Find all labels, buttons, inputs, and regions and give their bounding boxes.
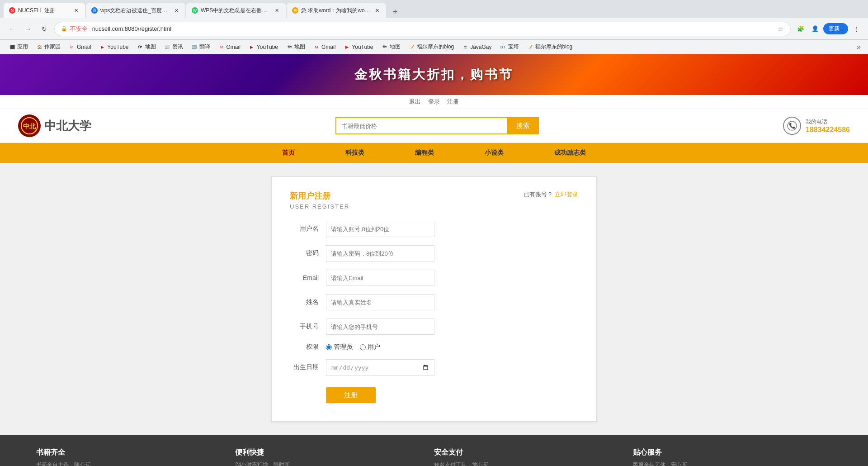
tab-close-2[interactable]: ✕ [173, 7, 180, 14]
bookmark-map-3[interactable]: 🗺 地图 [378, 42, 404, 52]
zixun-icon: 📰 [164, 44, 170, 50]
update-button[interactable]: 更新 : [823, 23, 848, 34]
svg-text:中北: 中北 [23, 123, 36, 130]
bookmark-gmail-2-label: Gmail [226, 44, 241, 50]
login-link-area: 已有账号？ 立即登录 [524, 190, 578, 199]
register-container: 新用户注册 USER REGISTER 已有账号？ 立即登录 用户名 密码 [271, 176, 597, 422]
forward-button[interactable]: → [22, 23, 34, 35]
register-link-top[interactable]: 注册 [447, 98, 459, 106]
nav-code[interactable]: 编程类 [408, 145, 441, 161]
reload-button[interactable]: ↻ [38, 23, 51, 35]
phone-row: 手机号 [290, 319, 578, 335]
blog-icon-2: 📝 [527, 44, 533, 50]
header-top-links: 退出 登录 注册 [0, 95, 868, 109]
bookmark-zixun-label: 资讯 [172, 43, 183, 51]
bookmark-gmail-3-label: Gmail [321, 44, 335, 50]
tab-3[interactable]: W WPS中的文档总是在右侧留下空 ✕ [186, 3, 286, 18]
bookmark-zixun[interactable]: 📰 资讯 [160, 42, 187, 52]
bookmark-map-2[interactable]: 🗺 地图 [283, 42, 309, 52]
password-input[interactable] [326, 245, 434, 262]
tab-close-4[interactable]: ✕ [373, 7, 381, 14]
bookmark-star-icon[interactable]: ☆ [778, 25, 784, 33]
login-link-top[interactable]: 登录 [428, 98, 440, 106]
register-header: 新用户注册 USER REGISTER 已有账号？ 立即登录 [290, 190, 578, 210]
main-nav: 首页 科技类 编程类 小说类 成功励志类 [0, 143, 868, 163]
logout-link[interactable]: 退出 [409, 98, 421, 106]
email-input[interactable] [326, 270, 434, 286]
tab-2[interactable]: 百 wps文档右边被遮住_百度搜索 ✕ [86, 3, 185, 18]
new-tab-button[interactable]: + [389, 5, 401, 18]
bookmark-baota[interactable]: BT 宝塔 [496, 42, 523, 52]
url-box[interactable]: 🔓 不安全 nucsell.com:8080/register.html ☆ [54, 22, 791, 36]
profile-icon[interactable]: 👤 [809, 23, 821, 35]
tab-title-2: wps文档右边被遮住_百度搜索 [100, 7, 170, 14]
blog-icon-1: 📝 [409, 44, 415, 50]
bookmark-blog-2-label: 福尔摩东的blog [535, 43, 573, 51]
tab-close-3[interactable]: ✕ [273, 7, 280, 14]
birthday-label: 出生日期 [290, 363, 326, 371]
phone-input[interactable] [326, 319, 434, 335]
register-submit-button[interactable]: 注册 [326, 387, 376, 403]
site-header: 中北 中北大学 搜索 📞 我的电话 18834224586 [0, 109, 868, 143]
search-input[interactable] [335, 117, 507, 134]
phone-icon: 📞 [783, 117, 801, 135]
gmail-icon-2: M [218, 44, 225, 50]
back-button[interactable]: ← [5, 23, 18, 35]
bookmark-youtube-2[interactable]: ▶ YouTube [245, 43, 282, 52]
bookmark-map-3-label: 地图 [390, 43, 401, 51]
bookmark-youtube-1[interactable]: ▶ YouTube [95, 43, 132, 52]
bookmarks-more-icon[interactable]: » [855, 42, 863, 52]
bookmark-baota-label: 宝塔 [508, 43, 519, 51]
tab-4[interactable]: 狗 急 求助word：为啥我的word打… ✕ [287, 3, 386, 18]
footer-title-2: 便利快捷 [235, 448, 434, 457]
bookmark-javagay[interactable]: ☕ JavaGay [458, 43, 495, 52]
role-user-text: 用户 [368, 343, 380, 351]
nav-tech[interactable]: 科技类 [338, 145, 372, 161]
youtube-icon-1: ▶ [99, 44, 105, 50]
menu-icon[interactable]: ⋮ [850, 23, 863, 35]
password-label: 密码 [290, 249, 326, 257]
bookmark-apps-label: 应用 [17, 43, 28, 51]
bookmark-gmail-2[interactable]: M Gmail [215, 43, 244, 52]
svg-text:📞: 📞 [789, 122, 796, 129]
bookmark-gmail-3[interactable]: M Gmail [310, 43, 339, 52]
bookmark-gmail-1[interactable]: M Gmail [65, 43, 94, 52]
footer-col-2: 便利快捷 24小时不打烊，随时买 [235, 448, 434, 466]
security-icon: 🔓 [61, 26, 67, 32]
tab-favicon-1: N [9, 7, 15, 14]
tab-1[interactable]: N NUCSELL 注册 ✕ [4, 3, 85, 18]
tab-close-1[interactable]: ✕ [72, 7, 80, 14]
bookmarks-bar: ⬛ 应用 🏠 作家园 M Gmail ▶ YouTube 🗺 地图 📰 资讯 🔤… [0, 40, 868, 54]
search-button[interactable]: 搜索 [507, 117, 539, 134]
bookmark-zuojia[interactable]: 🏠 作家园 [33, 42, 64, 52]
bookmark-map-2-label: 地图 [294, 43, 305, 51]
bookmark-blog-2[interactable]: 📝 福尔摩东的blog [524, 42, 576, 52]
footer-title-4: 贴心服务 [633, 448, 832, 457]
birthday-input[interactable] [326, 359, 434, 376]
login-link[interactable]: 立即登录 [555, 191, 578, 198]
bookmark-map-1[interactable]: 🗺 地图 [133, 42, 160, 52]
bookmark-youtube-3[interactable]: ▶ YouTube [340, 43, 377, 52]
bookmark-fanyi[interactable]: 🔤 翻译 [188, 42, 214, 52]
role-user-label[interactable]: 用户 [360, 343, 380, 351]
site-logo[interactable]: 中北 中北大学 [18, 114, 91, 137]
map-icon-3: 🗺 [382, 44, 388, 50]
nav-success[interactable]: 成功励志类 [547, 145, 593, 161]
username-input[interactable] [326, 221, 434, 237]
realname-input[interactable] [326, 294, 434, 310]
email-label: Email [290, 274, 326, 281]
footer-title-1: 书籍齐全 [36, 448, 235, 457]
extension-puzzle-icon[interactable]: 🧩 [794, 23, 807, 35]
bookmark-blog-1[interactable]: 📝 福尔摩东的blog [405, 42, 458, 52]
bookmark-apps[interactable]: ⬛ 应用 [5, 42, 32, 52]
tab-title-1: NUCSELL 注册 [18, 7, 70, 14]
email-row: Email [290, 270, 578, 286]
role-admin-label[interactable]: 管理员 [326, 343, 353, 351]
footer-subtitle-3: 知名支付工具，放心买 [434, 461, 633, 466]
role-admin-radio[interactable] [326, 344, 332, 350]
phone-info: 我的电话 18834224586 [806, 118, 850, 134]
role-user-radio[interactable] [360, 344, 366, 350]
nav-home[interactable]: 首页 [275, 145, 302, 161]
nav-novel[interactable]: 小说类 [477, 145, 511, 161]
register-title: 新用户注册 USER REGISTER [290, 190, 349, 210]
